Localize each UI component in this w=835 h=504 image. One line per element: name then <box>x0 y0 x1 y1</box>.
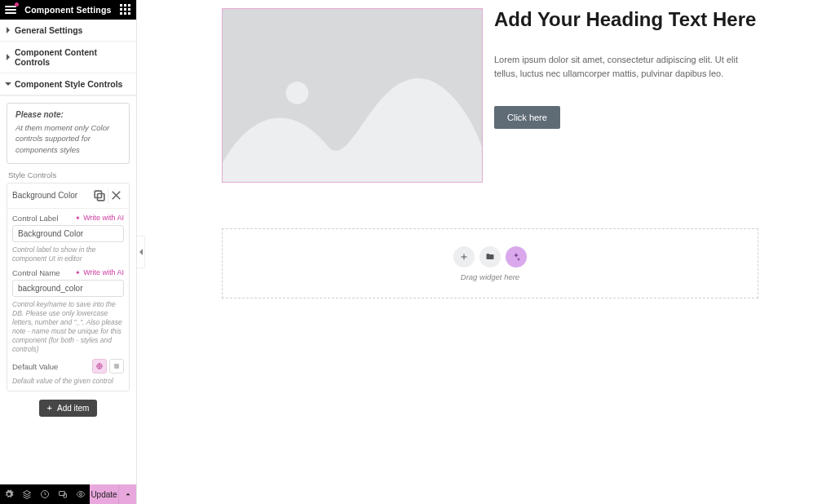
settings-icon[interactable] <box>0 484 18 504</box>
plus-icon: + <box>47 404 52 413</box>
chevron-right-icon <box>7 27 10 33</box>
panel-head: Background Color <box>7 183 129 209</box>
color-global-swatch[interactable] <box>92 359 107 374</box>
section-label: Style Controls <box>7 170 130 179</box>
field-help: Control key/name to save into the DB. Pl… <box>12 300 124 354</box>
apps-grid-icon[interactable] <box>120 4 131 15</box>
style-controls-body: Please note: At them moment only Color c… <box>0 96 136 423</box>
sidebar: Component Settings General Settings Comp… <box>0 0 137 504</box>
field-control-name: Control Name Write with AI Control key/n… <box>12 268 124 354</box>
preview-icon[interactable] <box>72 484 90 504</box>
chevron-down-icon <box>5 82 11 86</box>
note-text: At them moment only Color controls suppo… <box>15 122 121 155</box>
panel-body: Control Label Write with AI Control labe… <box>7 209 129 391</box>
field-help: Default value of the given control <box>12 377 124 386</box>
accordion-label: Component Style Controls <box>15 79 122 89</box>
control-name-input[interactable] <box>12 280 124 297</box>
ai-widget-icon[interactable] <box>506 246 527 267</box>
menu-icon[interactable] <box>5 4 16 15</box>
heading-text[interactable]: Add Your Heading Text Here <box>494 8 756 32</box>
history-icon[interactable] <box>36 484 54 504</box>
drop-hint-text: Drag widget here <box>461 272 519 281</box>
field-label: Default Value <box>12 362 58 371</box>
field-label: Control Label <box>12 214 59 223</box>
update-options-icon[interactable] <box>118 484 136 504</box>
accordion-style-controls[interactable]: Component Style Controls <box>0 73 136 95</box>
svg-point-8 <box>80 493 82 496</box>
accordion-general-settings[interactable]: General Settings <box>0 20 136 42</box>
add-widget-icon[interactable] <box>453 246 475 267</box>
add-item-label: Add item <box>57 404 89 413</box>
accordion: General Settings Component Content Contr… <box>0 20 136 96</box>
style-control-panel: Background Color Control Label Write wit… <box>7 183 130 391</box>
panel-title: Component Settings <box>24 5 111 15</box>
chevron-right-icon <box>7 54 10 60</box>
paragraph-text[interactable]: Lorem ipsum dolor sit amet, consectetur … <box>494 53 739 82</box>
responsive-icon[interactable] <box>54 484 72 504</box>
note-box: Please note: At them moment only Color c… <box>7 103 130 164</box>
add-item-button[interactable]: + Add item <box>39 400 98 417</box>
template-folder-icon[interactable] <box>479 246 501 267</box>
navigator-icon[interactable] <box>18 484 36 504</box>
write-with-ai-link[interactable]: Write with AI <box>75 214 124 222</box>
accordion-label: Component Content Controls <box>15 47 130 67</box>
update-button[interactable]: Update <box>90 484 118 504</box>
field-control-label: Control Label Write with AI Control labe… <box>12 214 124 263</box>
panel-head-title: Background Color <box>12 191 91 200</box>
drop-area[interactable]: Drag widget here <box>222 228 758 298</box>
control-label-input[interactable] <box>12 225 124 242</box>
svg-rect-5 <box>114 364 119 369</box>
close-icon[interactable] <box>108 188 124 204</box>
sidebar-footer: Update <box>0 484 136 504</box>
canvas: Add Your Heading Text Here Lorem ipsum d… <box>137 0 835 504</box>
accordion-label: General Settings <box>15 25 82 35</box>
accordion-content-controls[interactable]: Component Content Controls <box>0 42 136 73</box>
component-preview: Add Your Heading Text Here Lorem ipsum d… <box>222 8 811 183</box>
duplicate-icon[interactable] <box>91 188 108 204</box>
field-label: Control Name <box>12 268 60 277</box>
content-column: Add Your Heading Text Here Lorem ipsum d… <box>494 8 756 129</box>
image-placeholder[interactable] <box>222 8 483 183</box>
write-with-ai-link[interactable]: Write with AI <box>75 268 124 276</box>
field-help: Control label to show in the component U… <box>12 245 124 263</box>
color-custom-swatch[interactable] <box>109 359 124 374</box>
svg-point-10 <box>286 82 309 104</box>
field-default-value: Default Value <box>12 359 124 374</box>
sidebar-header: Component Settings <box>0 0 136 20</box>
note-title: Please note: <box>15 110 121 119</box>
collapse-handle-icon[interactable] <box>137 236 145 268</box>
cta-button[interactable]: Click here <box>494 106 560 129</box>
